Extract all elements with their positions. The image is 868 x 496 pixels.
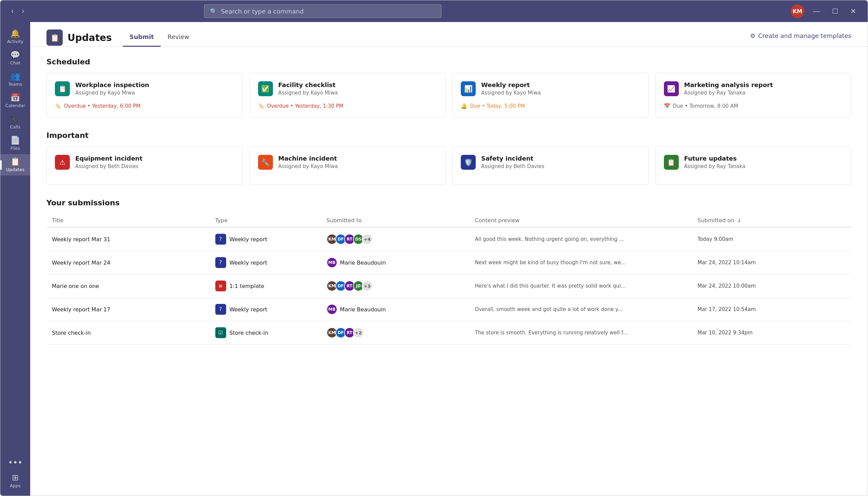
tag-icon: 🏷️ — [55, 103, 61, 109]
table-row[interactable]: Weekly report Mar 24 ? Weekly report MB … — [46, 251, 851, 275]
row3-submitted-to: KM DF RT JD +3 — [327, 280, 475, 291]
card-text-group: Marketing analysis report Assigned by Ra… — [684, 81, 773, 96]
card-icon-future: 📋 — [664, 155, 679, 170]
sidebar-more-button[interactable]: ••• — [0, 455, 30, 470]
sidebar: 🔔 Activity 💬 Chat 👥 Teams 📅 Calendar 📞 C… — [0, 22, 30, 496]
col-type-header: Type — [215, 217, 327, 223]
search-bar[interactable]: 🔍 Search or type a command — [204, 4, 442, 18]
table-row[interactable]: Marie one on one ≡ 1:1 template KM DF RT — [46, 275, 851, 298]
sidebar-item-files[interactable]: 📄 Files — [0, 133, 30, 154]
calendar-icon: 📅 — [10, 93, 20, 102]
tab-review[interactable]: Review — [161, 29, 196, 47]
templates-button[interactable]: ⚙️ Create and manage templates — [750, 32, 851, 43]
card-facility-checklist[interactable]: ✅ Facility checklist Assigned by Kayo Mi… — [250, 73, 446, 118]
sidebar-label-activity: Activity — [7, 39, 24, 44]
card-text-group: Future updates Assigned by Ray Tanaka — [684, 155, 746, 169]
card-header: 📋 Workplace inspection Assigned by Kayo … — [55, 81, 234, 96]
sidebar-label-calendar: Calendar — [5, 103, 25, 108]
card-icon-facility: ✅ — [258, 81, 273, 96]
submissions-section: Your submissions Title Type Submitted to… — [46, 199, 851, 344]
card-equipment-incident[interactable]: ⚠️ Equipment incident Assigned by Beth D… — [46, 146, 243, 185]
sidebar-item-calls[interactable]: 📞 Calls — [0, 111, 30, 133]
card-text-group: Facility checklist Assigned by Kayo Miwa — [279, 81, 338, 96]
type-icon-weekly: ? — [215, 304, 226, 315]
sort-icon: ↓ — [737, 217, 741, 223]
card-icon-safety: 🛡️ — [461, 155, 476, 170]
card-title-safety: Safety incident — [481, 155, 544, 162]
submissions-title: Your submissions — [46, 199, 851, 207]
sidebar-item-apps[interactable]: ⊞ Apps — [0, 470, 30, 492]
row2-preview: Next week might be kind of busy though I… — [475, 260, 698, 266]
sidebar-item-activity[interactable]: 🔔 Activity — [0, 26, 30, 47]
card-header: ⚠️ Equipment incident Assigned by Beth D… — [55, 155, 234, 170]
card-future-updates[interactable]: 📋 Future updates Assigned by Ray Tanaka — [655, 146, 852, 185]
nav-buttons: ‹ › — [9, 5, 27, 17]
scheduled-cards-grid: 📋 Workplace inspection Assigned by Kayo … — [46, 73, 851, 118]
person-name: Marie Beaudouin — [340, 260, 386, 266]
tab-submit[interactable]: Submit — [123, 29, 161, 47]
table-row[interactable]: Store check-in ☑ Store check-in KM DF RT — [46, 321, 851, 344]
type-icon-11: ≡ — [215, 280, 226, 291]
templates-label: Create and manage templates — [758, 32, 851, 39]
sidebar-item-chat[interactable]: 💬 Chat — [0, 47, 30, 69]
content-area: 📋 Updates Submit Review ⚙️ Create and ma… — [30, 22, 868, 496]
card-status-weekly: 🔔 Due • Today, 5:00 PM — [461, 103, 640, 109]
card-header: 🔧 Machine incident Assigned by Kayo Miwa — [258, 155, 437, 170]
card-marketing[interactable]: 📈 Marketing analysis report Assigned by … — [655, 73, 852, 118]
avatars-group: KM DF RT +2 — [327, 327, 364, 338]
bell-icon: 🔔 — [461, 103, 467, 109]
card-subtitle-equipment: Assigned by Beth Davies — [75, 163, 143, 169]
sidebar-item-teams[interactable]: 👥 Teams — [0, 69, 30, 90]
app-window: ‹ › 🔍 Search or type a command KM — ☐ ✕ … — [0, 0, 868, 496]
minimize-button[interactable]: — — [810, 6, 823, 17]
window-controls: KM — ☐ ✕ — [791, 4, 859, 18]
nav-back-button[interactable]: ‹ — [9, 5, 16, 17]
type-icon-weekly: ? — [215, 234, 226, 245]
sidebar-label-calls: Calls — [10, 124, 20, 129]
row2-date: Mar 24, 2022 10:14am — [698, 260, 846, 266]
card-subtitle-workplace: Assigned by Kayo Miwa — [75, 90, 149, 96]
row2-submitted-to: MB Marie Beaudouin — [327, 257, 475, 268]
card-machine-incident[interactable]: 🔧 Machine incident Assigned by Kayo Miwa — [250, 146, 446, 185]
card-header: ✅ Facility checklist Assigned by Kayo Mi… — [258, 81, 437, 96]
card-safety-incident[interactable]: 🛡️ Safety incident Assigned by Beth Davi… — [452, 146, 649, 185]
avatar: MB — [327, 304, 338, 315]
card-workplace-inspection[interactable]: 📋 Workplace inspection Assigned by Kayo … — [46, 73, 243, 118]
row4-preview: Overall, smooth week and got quite a lot… — [475, 306, 698, 312]
status-text-facility: Overdue • Yesterday, 1:30 PM — [267, 103, 343, 109]
avatars-group: KM DF RT DS +4 — [327, 234, 373, 245]
sidebar-item-calendar[interactable]: 📅 Calendar — [0, 90, 30, 111]
nav-forward-button[interactable]: › — [19, 5, 27, 17]
calls-icon: 📞 — [10, 115, 20, 123]
card-header: 📊 Weekly report Assigned by Kayo Miwa — [461, 81, 640, 96]
table-row[interactable]: Weekly report Mar 17 ? Weekly report MB … — [46, 298, 851, 321]
card-title-future: Future updates — [684, 155, 746, 162]
title-bar: ‹ › 🔍 Search or type a command KM — ☐ ✕ — [0, 0, 868, 22]
maximize-button[interactable]: ☐ — [829, 6, 841, 17]
extra-count: +4 — [362, 234, 373, 245]
card-subtitle-machine: Assigned by Kayo Miwa — [279, 163, 338, 169]
card-text-group: Weekly report Assigned by Kayo Miwa — [481, 81, 541, 96]
table-row[interactable]: Weekly report Mar 31 ? Weekly report KM … — [46, 228, 851, 251]
status-text-weekly: Due • Today, 5:00 PM — [470, 103, 525, 109]
main-layout: 🔔 Activity 💬 Chat 👥 Teams 📅 Calendar 📞 C… — [0, 22, 868, 496]
important-cards-grid: ⚠️ Equipment incident Assigned by Beth D… — [46, 146, 851, 185]
row2-title: Weekly report Mar 24 — [52, 260, 215, 266]
tag-icon: 🏷️ — [258, 103, 265, 109]
card-title-equipment: Equipment incident — [75, 155, 143, 162]
card-icon-marketing: 📈 — [664, 81, 679, 96]
card-weekly-report[interactable]: 📊 Weekly report Assigned by Kayo Miwa 🔔 … — [452, 73, 649, 118]
user-avatar[interactable]: KM — [791, 4, 804, 18]
card-subtitle-facility: Assigned by Kayo Miwa — [279, 90, 338, 96]
row3-preview: Here's what I did this quarter. It was p… — [475, 283, 698, 289]
type-icon-weekly: ? — [215, 257, 226, 268]
extra-count: +2 — [353, 327, 364, 338]
row1-submitted-to: KM DF RT DS +4 — [327, 234, 475, 245]
row1-title: Weekly report Mar 31 — [52, 236, 215, 243]
row3-date: Mar 24, 2022 10:00am — [698, 283, 846, 289]
row5-submitted-to: KM DF RT +2 — [327, 327, 475, 338]
card-text-group: Equipment incident Assigned by Beth Davi… — [75, 155, 143, 169]
col-submitted-on-header[interactable]: Submitted on ↓ — [698, 217, 846, 223]
close-button[interactable]: ✕ — [847, 6, 859, 17]
sidebar-item-updates[interactable]: 📋 Updates — [0, 154, 30, 175]
